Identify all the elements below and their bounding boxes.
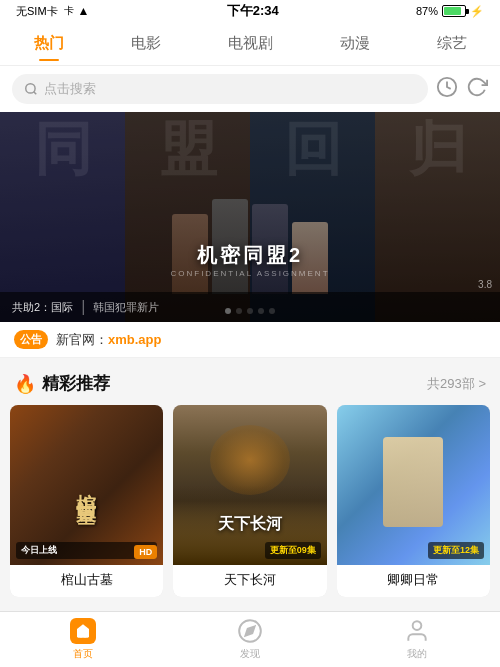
svg-line-1 bbox=[34, 92, 37, 95]
banner[interactable]: 同 盟 回 归 机密同盟2 CONFIDENTIAL ASSIGNMENT 3.… bbox=[0, 112, 500, 322]
movie-poster-2: 天下长河 更新至09集 bbox=[173, 405, 326, 565]
time-display: 下午2:34 bbox=[227, 2, 279, 20]
tab-movie[interactable]: 电影 bbox=[121, 26, 171, 61]
bottom-tab-home-label: 首页 bbox=[73, 647, 93, 661]
section-title: 精彩推荐 bbox=[42, 372, 110, 395]
search-input-wrap[interactable]: 点击搜索 bbox=[12, 74, 428, 104]
notice-bar: 公告 新官网：xmb.app bbox=[0, 322, 500, 358]
movie-name-3: 卿卿日常 bbox=[337, 565, 490, 597]
svg-marker-4 bbox=[245, 626, 254, 635]
carrier-text: 无SIM卡 bbox=[16, 4, 58, 19]
tab-tv[interactable]: 电视剧 bbox=[218, 26, 283, 61]
poster-1-text: 棺山古墓 bbox=[73, 477, 100, 493]
search-placeholder-text: 点击搜索 bbox=[44, 80, 96, 98]
movie-poster-3: 更新至12集 bbox=[337, 405, 490, 565]
status-bar: 无SIM卡 卡 ▲ 下午2:34 87% ⚡ bbox=[0, 0, 500, 22]
movie-update-badge-3: 更新至12集 bbox=[428, 542, 484, 559]
section-title-group: 🔥 精彩推荐 bbox=[14, 372, 110, 395]
tab-anime[interactable]: 动漫 bbox=[330, 26, 380, 61]
status-right: 87% ⚡ bbox=[416, 5, 484, 18]
notice-badge: 公告 bbox=[14, 330, 48, 349]
battery-icon bbox=[442, 5, 466, 17]
bolt-icon: ⚡ bbox=[470, 5, 484, 18]
movie-hd-badge: HD bbox=[134, 545, 157, 559]
bottom-tab-discover-label: 发现 bbox=[240, 647, 260, 661]
banner-movie-title: 机密同盟2 CONFIDENTIAL ASSIGNMENT bbox=[170, 242, 329, 278]
bottom-tab-bar: 首页 发现 我的 bbox=[0, 611, 500, 667]
movie-card-1[interactable]: 棺山古墓 今日上线 HD 棺山古墓 bbox=[10, 405, 163, 597]
search-icon bbox=[24, 82, 38, 96]
notice-link[interactable]: xmb.app bbox=[108, 332, 161, 347]
movie-name-1: 棺山古墓 bbox=[10, 565, 163, 597]
bottom-tab-home[interactable]: 首页 bbox=[70, 618, 96, 661]
banner-tag: 共助2：国际 bbox=[12, 300, 73, 315]
svg-point-0 bbox=[26, 84, 35, 93]
banner-info-bar: 共助2：国际 | 韩国犯罪新片 bbox=[0, 292, 500, 322]
movie-poster-1: 棺山古墓 今日上线 HD bbox=[10, 405, 163, 565]
wifi-icon: ▲ bbox=[78, 4, 90, 18]
search-bar: 点击搜索 bbox=[0, 66, 500, 112]
banner-date: 3.8 bbox=[478, 279, 492, 290]
search-actions bbox=[436, 76, 488, 103]
movie-name-2: 天下长河 bbox=[173, 565, 326, 597]
section-more-link[interactable]: 共293部 > bbox=[427, 375, 486, 393]
movie-grid: 棺山古墓 今日上线 HD 棺山古墓 天下长河 更新至09集 天下长河 更新至12… bbox=[0, 405, 500, 607]
bottom-tab-discover[interactable]: 发现 bbox=[237, 618, 263, 661]
movie-update-badge-2: 更新至09集 bbox=[265, 542, 321, 559]
nav-tabs: 热门 电影 电视剧 动漫 综艺 bbox=[0, 22, 500, 66]
movie-card-2[interactable]: 天下长河 更新至09集 天下长河 bbox=[173, 405, 326, 597]
svg-point-5 bbox=[412, 621, 421, 630]
history-icon[interactable] bbox=[436, 76, 458, 103]
section-header: 🔥 精彩推荐 共293部 > bbox=[0, 358, 500, 405]
discover-icon bbox=[237, 618, 263, 644]
battery-percent: 87% bbox=[416, 5, 438, 17]
refresh-icon[interactable] bbox=[466, 76, 488, 103]
home-icon bbox=[70, 618, 96, 644]
bottom-tab-profile-label: 我的 bbox=[407, 647, 427, 661]
fire-icon: 🔥 bbox=[14, 373, 36, 395]
status-left: 无SIM卡 卡 ▲ bbox=[16, 4, 89, 19]
tab-hot[interactable]: 热门 bbox=[24, 26, 74, 61]
banner-desc: 韩国犯罪新片 bbox=[93, 300, 159, 315]
movie-card-3[interactable]: 更新至12集 卿卿日常 bbox=[337, 405, 490, 597]
profile-icon bbox=[404, 618, 430, 644]
sim-text: 卡 bbox=[64, 4, 74, 18]
bottom-tab-profile[interactable]: 我的 bbox=[404, 618, 430, 661]
tab-variety[interactable]: 综艺 bbox=[427, 26, 477, 61]
notice-text: 新官网：xmb.app bbox=[56, 331, 161, 349]
poster-2-text: 天下长河 bbox=[218, 514, 282, 535]
